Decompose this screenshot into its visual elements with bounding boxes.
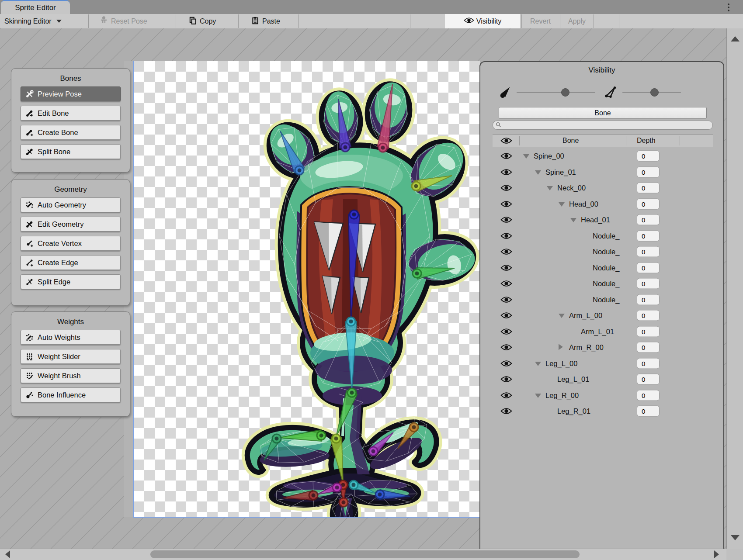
column-header-depth[interactable]: Depth: [637, 137, 656, 145]
scroll-right-icon[interactable]: [714, 550, 719, 558]
foldout-open-icon[interactable]: [559, 202, 565, 207]
mesh-opacity-knob[interactable]: [650, 88, 659, 97]
bone-row-nodule-5[interactable]: Nodule_: [480, 228, 725, 244]
apply-button[interactable]: Apply: [568, 14, 586, 28]
auto-weights-button[interactable]: Auto Weights: [21, 330, 121, 345]
scroll-up-icon[interactable]: [731, 36, 740, 41]
bone-row-arm_l_00-10[interactable]: Arm_L_00: [480, 308, 725, 324]
foldout-open-icon[interactable]: [523, 154, 529, 159]
visibility-eye-icon[interactable]: [500, 232, 512, 239]
depth-input[interactable]: [637, 406, 660, 417]
create-vertex-button[interactable]: Create Vertex: [21, 236, 121, 251]
visibility-eye-icon[interactable]: [500, 184, 512, 191]
search-input[interactable]: [503, 121, 706, 129]
visibility-column-eye-icon[interactable]: [500, 137, 512, 144]
foldout-open-icon[interactable]: [535, 394, 541, 398]
bone-name[interactable]: Arm_L_00: [569, 311, 602, 320]
visibility-eye-icon[interactable]: [500, 280, 512, 287]
visibility-eye-icon[interactable]: [500, 169, 512, 176]
visibility-eye-icon[interactable]: [500, 216, 512, 223]
scroll-down-icon[interactable]: [731, 535, 740, 540]
vertical-scrollbar[interactable]: [726, 28, 743, 549]
bone-row-spine_00-0[interactable]: Spine_00: [480, 148, 725, 164]
bone-row-leg_l_01-14[interactable]: Leg_L_01: [480, 371, 725, 387]
bone-name[interactable]: Nodule_: [593, 248, 619, 256]
depth-input[interactable]: [637, 326, 660, 337]
depth-input[interactable]: [637, 246, 660, 257]
foldout-open-icon[interactable]: [547, 186, 553, 190]
bone-opacity-track[interactable]: [517, 92, 595, 93]
depth-input[interactable]: [637, 358, 660, 369]
visibility-eye-icon[interactable]: [500, 264, 512, 271]
tab-sprite-editor[interactable]: Sprite Editor: [1, 0, 70, 15]
split-edge-button[interactable]: Split Edge: [21, 274, 121, 289]
bone-name[interactable]: Head_00: [569, 200, 598, 208]
depth-input[interactable]: [637, 214, 660, 225]
bone-name[interactable]: Nodule_: [593, 232, 619, 240]
bone-row-nodule-6[interactable]: Nodule_: [480, 244, 725, 260]
bone-row-arm_r_00-12[interactable]: Arm_R_00: [480, 339, 725, 356]
bone-name[interactable]: Head_01: [581, 216, 610, 224]
create-bone-button[interactable]: Create Bone: [21, 125, 121, 140]
depth-input[interactable]: [637, 198, 660, 209]
foldout-open-icon[interactable]: [535, 362, 541, 366]
scroll-left-icon[interactable]: [5, 550, 10, 558]
weight-slider-button[interactable]: Weight Slider: [21, 349, 121, 364]
bone-row-leg_l_00-13[interactable]: Leg_L_00: [480, 356, 725, 372]
foldout-open-icon[interactable]: [559, 314, 565, 318]
foldout-open-icon[interactable]: [535, 170, 541, 175]
sprite-canvas[interactable]: [133, 61, 480, 518]
paste-button[interactable]: Paste: [251, 14, 280, 28]
bone-name[interactable]: Neck_00: [557, 184, 586, 192]
visibility-eye-icon[interactable]: [500, 376, 512, 383]
depth-input[interactable]: [637, 166, 660, 177]
depth-input[interactable]: [637, 294, 660, 305]
visibility-eye-icon[interactable]: [500, 200, 512, 207]
bone-name[interactable]: Nodule_: [593, 263, 619, 272]
preview-pose-button[interactable]: Preview Pose: [21, 86, 121, 101]
foldout-closed-icon[interactable]: [559, 344, 563, 350]
bone-row-head_00-3[interactable]: Head_00: [480, 196, 725, 212]
bone-row-leg_r_00-15[interactable]: Leg_R_00: [480, 387, 725, 404]
foldout-open-icon[interactable]: [570, 218, 576, 222]
depth-input[interactable]: [637, 390, 660, 401]
bone-name[interactable]: Arm_R_00: [569, 343, 604, 352]
depth-input[interactable]: [637, 230, 660, 241]
depth-input[interactable]: [637, 183, 660, 194]
bone-row-spine_01-1[interactable]: Spine_01: [480, 164, 725, 180]
tab-bone[interactable]: Bone: [499, 107, 707, 119]
bone-row-head_01-4[interactable]: Head_01: [480, 212, 725, 228]
bone-row-leg_r_01-16[interactable]: Leg_R_01: [480, 403, 725, 419]
depth-input[interactable]: [637, 262, 660, 273]
bone-name[interactable]: Leg_L_01: [557, 375, 589, 384]
visibility-toggle-button[interactable]: Visibility: [445, 14, 520, 28]
auto-geometry-button[interactable]: Auto Geometry: [21, 197, 121, 212]
overflow-menu-icon[interactable]: [722, 2, 735, 13]
visibility-eye-icon[interactable]: [500, 344, 512, 351]
visibility-eye-icon[interactable]: [500, 328, 512, 335]
visibility-eye-icon[interactable]: [500, 312, 512, 319]
depth-input[interactable]: [637, 278, 660, 289]
split-bone-button[interactable]: Split Bone: [21, 144, 121, 159]
bone-row-arm_l_01-11[interactable]: Arm_L_01: [480, 324, 725, 340]
bone-name[interactable]: Leg_L_00: [545, 359, 577, 367]
bone-row-nodule-9[interactable]: Nodule_: [480, 292, 725, 308]
visibility-eye-icon[interactable]: [500, 152, 512, 159]
bone-name[interactable]: Spine_00: [534, 152, 564, 160]
bone-opacity-knob[interactable]: [561, 88, 569, 97]
reset-pose-button[interactable]: Reset Pose: [100, 14, 147, 28]
bone-name[interactable]: Arm_L_01: [581, 327, 614, 335]
bone-row-nodule-7[interactable]: Nodule_: [480, 260, 725, 276]
visibility-eye-icon[interactable]: [500, 360, 512, 367]
visibility-eye-icon[interactable]: [500, 392, 512, 399]
bone-row-nodule-8[interactable]: Nodule_: [480, 276, 725, 292]
bone-name[interactable]: Leg_R_01: [557, 407, 590, 415]
horizontal-scrollbar-thumb[interactable]: [150, 550, 580, 558]
depth-input[interactable]: [637, 310, 660, 321]
visibility-eye-icon[interactable]: [500, 296, 512, 303]
depth-input[interactable]: [637, 151, 660, 162]
visibility-eye-icon[interactable]: [500, 248, 512, 255]
bone-row-neck_00-2[interactable]: Neck_00: [480, 180, 725, 196]
search-box[interactable]: [493, 121, 713, 130]
edit-bone-button[interactable]: Edit Bone: [21, 106, 121, 121]
